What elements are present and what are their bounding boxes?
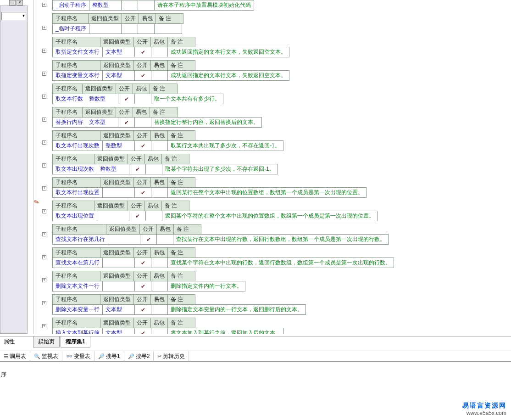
sub-package[interactable]: [157, 235, 173, 245]
sub-return-type[interactable]: 文本型: [86, 118, 118, 128]
sub-package[interactable]: [146, 164, 162, 174]
sub-package[interactable]: [138, 0, 154, 11]
sub-package[interactable]: [151, 188, 168, 198]
sub-comment[interactable]: [154, 24, 182, 34]
expand-button[interactable]: +: [42, 301, 46, 305]
sub-return-type[interactable]: 整数型: [103, 141, 135, 151]
sub-name[interactable]: 取指定变量文本行: [53, 71, 103, 81]
sub-name[interactable]: 删除文本变量一行: [53, 305, 103, 315]
sub-name[interactable]: _临时子程序: [53, 24, 89, 34]
tool-tab-搜寻1[interactable]: 🔎搜寻1: [94, 351, 124, 362]
subroutine-row[interactable]: _启动子程序整数型请在本子程序中放置易模块初始化代码: [52, 0, 254, 11]
sub-name[interactable]: _启动子程序: [53, 0, 89, 11]
expand-button[interactable]: +: [42, 72, 46, 76]
subroutine-row[interactable]: 取指定变量文本行文本型✔成功返回指定的文本行文本，失败返回空文本。: [52, 70, 289, 81]
subroutine-row[interactable]: 替换行内容文本型✔替换指定行整行内容，返回替换后的文本。: [52, 117, 262, 128]
subroutine-row[interactable]: 删除文本文件一行✔删除指定文件内的一行文本。: [52, 281, 245, 291]
sub-comment[interactable]: 返回某行在整个文本中出现的位置数组，数组第一个成员是第一次出现的位置。: [168, 188, 367, 198]
sub-package[interactable]: [151, 258, 168, 268]
sub-return-type[interactable]: 整数型: [97, 164, 129, 174]
sub-return-type[interactable]: [103, 258, 135, 268]
sub-public[interactable]: ✔: [118, 94, 135, 104]
subroutine-row[interactable]: 取指定文件文本行文本型✔成功返回指定的文本行文本，失败返回空文本。: [52, 47, 289, 57]
expand-button[interactable]: +: [42, 118, 46, 122]
expand-button[interactable]: +: [42, 186, 46, 190]
sub-comment[interactable]: 请在本子程序中放置易模块初始化代码: [154, 0, 254, 11]
sub-name[interactable]: 查找文本行在第几行: [53, 235, 108, 245]
subroutine-row[interactable]: 删除文本变量一行文本型✔删除指定文本变量内的一行文本，返回删行后的文本。: [52, 304, 306, 315]
sub-public[interactable]: [121, 0, 138, 11]
sub-public[interactable]: ✔: [135, 328, 151, 335]
sub-name[interactable]: 删除文本文件一行: [53, 281, 103, 291]
sub-package[interactable]: [151, 328, 168, 335]
sub-name[interactable]: 取文本行数: [53, 94, 86, 104]
expand-button[interactable]: +: [42, 278, 46, 282]
sub-comment[interactable]: 查找某个字符在文本中出现的行数，返回行数数组，数组第一个成员是第一次出现的行数。: [168, 258, 394, 268]
sub-comment[interactable]: 返回某个字符的在整个文本中出现的位置数组，数组第一个成员是第一次出现的位置。: [162, 211, 378, 221]
close-button[interactable]: ✕: [17, 0, 23, 6]
sub-name[interactable]: 查找文本在第几行: [53, 258, 103, 268]
sub-public[interactable]: ✔: [129, 211, 146, 221]
sub-comment[interactable]: 删除指定文本变量内的一行文本，返回删行后的文本。: [168, 305, 306, 315]
sub-return-type[interactable]: 文本型: [103, 328, 135, 335]
sub-public[interactable]: ✔: [140, 235, 157, 245]
sub-package[interactable]: [151, 281, 168, 291]
sub-return-type[interactable]: [97, 211, 129, 221]
sub-comment[interactable]: 成功返回指定的文本行文本，失败返回空文本。: [168, 47, 289, 57]
sub-package[interactable]: [151, 47, 168, 57]
sub-package[interactable]: [151, 71, 168, 81]
tool-tab-变量表[interactable]: 👓变量表: [62, 351, 94, 362]
sub-public[interactable]: ✔: [135, 258, 151, 268]
sub-return-type[interactable]: 文本型: [103, 71, 135, 81]
sub-public[interactable]: [121, 24, 138, 34]
sub-package[interactable]: [151, 305, 168, 315]
sub-comment[interactable]: 取某个字符共出现了多少次，不存在返回-1。: [162, 164, 278, 174]
sub-public[interactable]: ✔: [129, 164, 146, 174]
sub-package[interactable]: [135, 118, 151, 128]
subroutine-row[interactable]: 取文本行出现次数整数型✔取某行文本共出现了多少次，不存在返回-1。: [52, 140, 283, 151]
sub-return-type[interactable]: 文本型: [103, 47, 135, 57]
sub-name[interactable]: 取文本行出现次数: [53, 141, 103, 151]
tool-tab-监视表[interactable]: 🔍监视表: [30, 351, 62, 362]
subroutine-row[interactable]: 查找文本行在第几行✔查找某行在文本中出现的行数，返回行数数组，数组第一个成员是第…: [52, 234, 389, 245]
sub-comment[interactable]: 查找某行在文本中出现的行数，返回行数数组，数组第一个成员是第一次出现的行数。: [173, 235, 389, 245]
sub-comment[interactable]: 取某行文本共出现了多少次，不存在返回-1。: [168, 141, 283, 151]
subroutine-row[interactable]: 插入文本到某行前文本型✔将文本加入到某行之前，返回加入后的文本。: [52, 328, 284, 334]
sub-public[interactable]: ✔: [135, 71, 151, 81]
sub-name[interactable]: 取文本出现次数: [53, 164, 97, 174]
sub-package[interactable]: [146, 211, 162, 221]
properties-dropdown[interactable]: [1, 12, 26, 20]
sub-public[interactable]: ✔: [135, 281, 151, 291]
code-editor[interactable]: _启动子程序整数型请在本子程序中放置易模块初始化代码子程序名返回值类型公开易包备…: [41, 0, 511, 334]
sub-comment[interactable]: 成功返回指定的文本行文本，失败返回空文本。: [168, 71, 289, 81]
sub-return-type[interactable]: [103, 281, 135, 291]
tab-program-set[interactable]: 程序集1: [61, 336, 90, 347]
subroutine-row[interactable]: 取文本行数整数型✔取一个文本共有有多少行。: [52, 94, 223, 104]
sub-comment[interactable]: 删除指定文件内的一行文本。: [168, 281, 245, 291]
sub-comment[interactable]: 将文本加入到某行之前，返回加入后的文本。: [168, 328, 284, 335]
expand-button[interactable]: +: [42, 232, 46, 236]
sub-name[interactable]: 替换行内容: [53, 118, 86, 128]
sub-return-type[interactable]: 文本型: [103, 305, 135, 315]
sub-name[interactable]: 取文本行出现位置: [53, 188, 103, 198]
expand-button[interactable]: +: [42, 324, 46, 328]
tool-tab-搜寻2[interactable]: 🔎搜寻2: [124, 351, 154, 362]
sub-name[interactable]: 插入文本到某行前: [53, 328, 103, 335]
expand-button[interactable]: +: [42, 49, 46, 53]
sub-public[interactable]: ✔: [135, 188, 151, 198]
minimize-button[interactable]: —: [9, 0, 16, 6]
sub-return-type[interactable]: 整数型: [86, 94, 118, 104]
subroutine-row[interactable]: _临时子程序: [52, 23, 182, 34]
subroutine-row[interactable]: 取文本行出现位置✔返回某行在整个文本中出现的位置数组，数组第一个成员是第一次出现…: [52, 187, 367, 198]
subroutine-row[interactable]: 查找文本在第几行✔查找某个字符在文本中出现的行数，返回行数数组，数组第一个成员是…: [52, 258, 394, 268]
sub-public[interactable]: ✔: [118, 118, 135, 128]
sub-return-type[interactable]: [103, 188, 135, 198]
sub-comment[interactable]: 取一个文本共有有多少行。: [151, 94, 223, 104]
subroutine-row[interactable]: 取文本出现位置✔返回某个字符的在整个文本中出现的位置数组，数组第一个成员是第一次…: [52, 211, 378, 221]
sub-package[interactable]: [135, 94, 151, 104]
expand-button[interactable]: +: [42, 255, 46, 259]
sub-return-type[interactable]: 整数型: [89, 0, 121, 11]
expand-button[interactable]: +: [42, 3, 46, 7]
sub-name[interactable]: 取指定文件文本行: [53, 47, 103, 57]
sub-public[interactable]: ✔: [135, 141, 151, 151]
